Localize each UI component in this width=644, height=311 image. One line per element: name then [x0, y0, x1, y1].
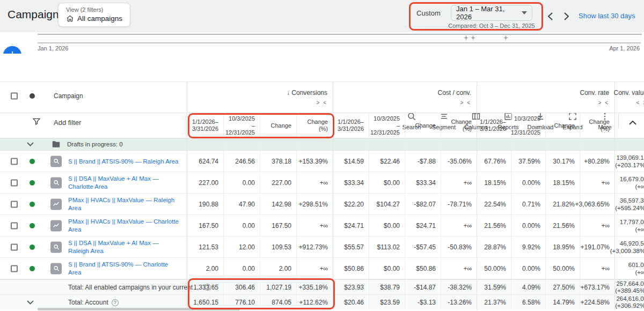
- subheader-cell: 1/1/2026–3/31/2026: [333, 113, 369, 138]
- status-enabled-dot: [30, 245, 35, 250]
- metric-cell: -$82.07: [405, 194, 441, 214]
- horizontal-scrollbar-thumb[interactable]: [38, 308, 240, 310]
- row-checkbox[interactable]: [11, 158, 18, 165]
- metric-cell: 624.74: [187, 151, 223, 172]
- timeline-band: Jan 1, 2026 Apr 1, 2026: [0, 32, 644, 54]
- campaigns-table: Campaign↓ Conversions> <Cost / conv.> <C…: [0, 82, 644, 310]
- help-icon[interactable]: ?: [204, 284, 211, 291]
- row-checkbox[interactable]: [11, 179, 18, 186]
- metric-cell: 167.50: [187, 215, 223, 236]
- view-filter-chip[interactable]: View (2 filters) All campaigns: [58, 3, 130, 27]
- metric-cell: 21.56%: [477, 215, 511, 236]
- view-chip-label: View (2 filters): [66, 6, 122, 13]
- metric-cell: $104.27: [369, 194, 405, 214]
- metric-cell: 121.53: [187, 236, 223, 257]
- collapse-columns-icon[interactable]: > <: [317, 100, 327, 106]
- metric-cell: 31.59%: [477, 280, 511, 294]
- conv-value-line: 46,920.50: [620, 240, 644, 247]
- chevron-right-icon[interactable]: [559, 9, 573, 23]
- subheader-cell: 10/3/2025–12/31/2025: [511, 113, 545, 138]
- conv-value-cell: 16,679.00(+∞): [614, 172, 644, 193]
- metric-cell: 9.92%: [511, 236, 545, 257]
- column-group-header-cost-conv[interactable]: Cost / conv.> <: [333, 82, 477, 113]
- conv-value-change-line: (+∞): [635, 269, 644, 276]
- subheader-cell: Change: [545, 113, 580, 138]
- caret-down-icon: [522, 11, 527, 14]
- campaign-name-link[interactable]: S || DSA || MaxValue + AI Max — Charlott…: [68, 175, 180, 191]
- subheader-cell-empty: [614, 113, 644, 138]
- metric-cell: +∞: [296, 172, 333, 193]
- collapse-columns-icon[interactable]: > <: [460, 100, 471, 106]
- sparkle-icon: [464, 35, 469, 40]
- daterange-dropdown[interactable]: Jan 1 – Mar 31, 2026: [451, 5, 532, 21]
- conv-value-line: 16,679.00: [620, 175, 644, 183]
- chevron-down-icon[interactable]: [27, 142, 34, 146]
- daterange-value: Jan 1 – Mar 31, 2026: [456, 5, 522, 21]
- show-last-30-days-link[interactable]: Show last 30 days: [579, 12, 635, 20]
- metric-cell: 67.76%: [477, 151, 511, 172]
- compared-range-label: Compared: Oct 3 – Dec 31, 2025: [429, 23, 554, 29]
- pmax-campaign-icon: [50, 198, 62, 210]
- campaign-name-link[interactable]: S || DSA || MaxValue + AI Max — Raleigh …: [68, 239, 180, 255]
- column-group-header-conv-value[interactable]: Conv. value< >: [614, 82, 644, 113]
- column-group-label: Conv. value: [614, 89, 644, 97]
- metric-cell: $55.57: [333, 236, 369, 257]
- column-group-label: Conv. rate: [580, 89, 609, 97]
- campaign-column-header[interactable]: Campaign: [54, 92, 83, 100]
- metric-cell: +∞: [580, 258, 614, 279]
- metric-cell: $22.20: [333, 194, 369, 214]
- metric-cell: -$14.87: [405, 280, 441, 294]
- help-icon[interactable]: ?: [112, 299, 119, 306]
- subheader-cell: 10/3/2025–12/31/2025: [369, 113, 405, 138]
- search-campaign-icon: [50, 156, 62, 167]
- sparkle-icon: [503, 35, 508, 40]
- conv-value-change-line: (+∞): [635, 226, 644, 233]
- conv-value-cell: 36,597.30(+595.24%): [614, 194, 644, 214]
- drafts-cell: Drafts in progress: 0: [0, 138, 187, 150]
- metric-cell: 6.58%: [511, 295, 545, 310]
- collapse-columns-icon[interactable]: > <: [598, 100, 609, 106]
- metric-cell: 0.00: [223, 215, 260, 236]
- metric-cell: 142.98: [260, 194, 296, 214]
- metric-cell: 0.00: [223, 258, 260, 279]
- campaign-name-link[interactable]: PMax || HVACs || MaxValue — Raleigh Area: [68, 196, 180, 212]
- campaign-name-link[interactable]: PMax || HVACs || MaxValue — Charlotte Ar…: [68, 218, 180, 234]
- column-group-header-conv-rate[interactable]: Conv. rate> <: [477, 82, 614, 113]
- daterange-mode-label: Custom: [416, 9, 441, 17]
- drafts-row[interactable]: Drafts in progress: 0: [0, 138, 644, 151]
- campaign-row: S || DSA || MaxValue + AI Max — Charlott…: [0, 172, 644, 194]
- metric-cell: 22.54%: [477, 194, 511, 214]
- conv-value-line: 601.00: [628, 261, 644, 269]
- row-checkbox[interactable]: [11, 243, 18, 250]
- select-all-checkbox[interactable]: [11, 93, 18, 100]
- sparkle-icon: [471, 35, 475, 40]
- metric-cell: +112.62%: [296, 295, 333, 310]
- collapse-columns-icon[interactable]: < >: [636, 100, 644, 106]
- metric-cell: $113.02: [369, 236, 405, 257]
- chevron-left-icon[interactable]: [543, 9, 557, 23]
- status-column-dot-icon: [30, 93, 35, 99]
- metric-cell: 28.87%: [477, 236, 511, 257]
- campaign-name-link[interactable]: S || Brand || ATSIS-90% — Charlotte Area: [68, 261, 180, 277]
- toolbar: Add filter SearchSegmentColumnsReportsDo…: [0, 54, 644, 82]
- page-title: Campaigns: [8, 8, 64, 21]
- campaign-name-link[interactable]: S || Brand || ATSIS-90% — Raleigh Area: [68, 157, 180, 165]
- metric-cell: -13.26%: [441, 295, 477, 310]
- row-checkbox[interactable]: [11, 265, 18, 272]
- conv-value-cell: [614, 138, 644, 150]
- metric-cell: -$57.45: [405, 236, 441, 257]
- metric-cell: 18.95%: [545, 236, 580, 257]
- metric-cell: +3,063.65%: [580, 194, 614, 214]
- metric-cell: -$7.88: [405, 151, 441, 172]
- row-checkbox[interactable]: [11, 201, 18, 208]
- metric-cell: $14.59: [333, 151, 369, 172]
- column-group-header-conversions[interactable]: ↓ Conversions> <: [187, 82, 333, 113]
- subheader-cell: 10/3/2025–12/31/2025: [223, 113, 260, 138]
- metric-cell: $20.46: [333, 295, 369, 310]
- metric-cell: +335.18%: [296, 280, 333, 294]
- total-label-cell: Total: All enabled campaigns in your cur…: [0, 280, 187, 294]
- metric-cell: 27.50%: [545, 280, 580, 294]
- metric-cell: [187, 138, 223, 150]
- chevron-down-icon[interactable]: [27, 300, 34, 305]
- row-checkbox[interactable]: [11, 222, 18, 229]
